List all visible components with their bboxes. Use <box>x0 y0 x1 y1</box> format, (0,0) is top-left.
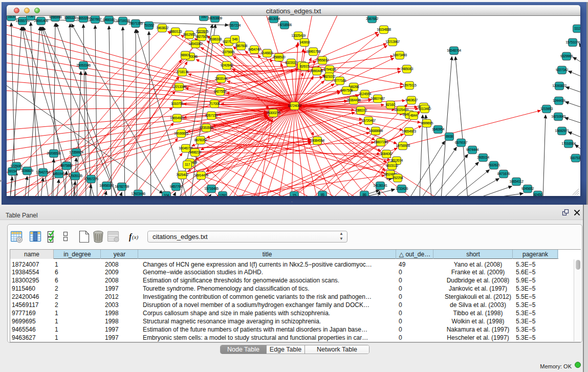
svg-text:8938: 8938 <box>446 135 453 138</box>
svg-text:62160: 62160 <box>386 103 395 106</box>
svg-text:16053809: 16053809 <box>208 16 222 20</box>
svg-text:17359924: 17359924 <box>69 150 83 154</box>
svg-text:12353594: 12353594 <box>199 126 213 129</box>
svg-text:62615: 62615 <box>300 64 309 68</box>
svg-text:9463627: 9463627 <box>405 98 418 102</box>
svg-text:16210643: 16210643 <box>551 115 565 118</box>
svg-text:16914479: 16914479 <box>194 173 208 177</box>
svg-text:15692971: 15692971 <box>555 129 569 133</box>
svg-text:19384554: 19384554 <box>310 139 324 142</box>
svg-text:16154838: 16154838 <box>377 28 391 31</box>
svg-text:9084067: 9084067 <box>380 152 393 156</box>
svg-text:39154: 39154 <box>8 169 17 173</box>
svg-text:15716485: 15716485 <box>204 187 219 190</box>
svg-text:756: 756 <box>28 16 34 18</box>
svg-text:16961758: 16961758 <box>306 50 320 53</box>
svg-text:8678352: 8678352 <box>194 138 207 142</box>
svg-text:2867608: 2867608 <box>235 44 248 48</box>
svg-text:6466160: 6466160 <box>103 18 116 21</box>
svg-text:8267150: 8267150 <box>205 114 218 117</box>
svg-text:20364436: 20364436 <box>346 98 361 102</box>
svg-text:3498222: 3498222 <box>189 150 202 154</box>
svg-text:1292: 1292 <box>219 193 226 196</box>
svg-text:12213967: 12213967 <box>385 40 400 43</box>
svg-text:2935114: 2935114 <box>477 156 489 159</box>
svg-text:9227342: 9227342 <box>556 68 569 72</box>
svg-text:2718176: 2718176 <box>176 70 189 74</box>
svg-text:1621072: 1621072 <box>323 75 336 78</box>
svg-text:1615132: 1615132 <box>386 164 399 167</box>
svg-text:12942757: 12942757 <box>36 170 50 174</box>
svg-text:92450: 92450 <box>533 193 542 196</box>
svg-text:160: 160 <box>201 16 207 18</box>
svg-text:17957225: 17957225 <box>84 177 98 181</box>
svg-text:3124554: 3124554 <box>359 92 372 96</box>
svg-text:17016504: 17016504 <box>561 142 576 145</box>
svg-text:8471676: 8471676 <box>497 172 510 176</box>
svg-text:7632621: 7632621 <box>488 163 500 167</box>
svg-text:15: 15 <box>293 193 296 196</box>
svg-text:16543362: 16543362 <box>188 42 203 46</box>
svg-text:8912955: 8912955 <box>183 33 196 36</box>
svg-text:2087682: 2087682 <box>366 17 379 20</box>
svg-text:19654925: 19654925 <box>170 116 184 120</box>
svg-text:20206536: 20206536 <box>47 151 61 155</box>
svg-text:1215953: 1215953 <box>540 107 553 111</box>
svg-text:16671355: 16671355 <box>128 21 143 25</box>
svg-text:140910: 140910 <box>299 40 310 44</box>
svg-text:86: 86 <box>363 193 366 196</box>
svg-text:20691406: 20691406 <box>34 19 48 23</box>
svg-text:9242848: 9242848 <box>221 63 233 67</box>
svg-text:9245652: 9245652 <box>521 187 534 190</box>
svg-text:7463822: 7463822 <box>156 26 169 30</box>
svg-text:8813054: 8813054 <box>268 17 280 20</box>
svg-text:9699695: 9699695 <box>421 121 433 125</box>
svg-text:19218506: 19218506 <box>277 23 292 27</box>
svg-text:117: 117 <box>185 163 190 166</box>
svg-text:12975115: 12975115 <box>402 83 417 87</box>
svg-text:29053346: 29053346 <box>76 63 91 67</box>
svg-text:12505135: 12505135 <box>68 174 82 178</box>
svg-text:1451941: 1451941 <box>53 172 66 176</box>
svg-text:9329966: 9329966 <box>560 54 573 58</box>
svg-text:9474444: 9474444 <box>466 148 479 151</box>
svg-text:98901: 98901 <box>181 53 190 57</box>
svg-text:7955812: 7955812 <box>316 58 329 62</box>
svg-text:16782759: 16782759 <box>115 185 129 188</box>
svg-text:7485063: 7485063 <box>401 67 413 71</box>
svg-text:2588520: 2588520 <box>273 55 286 59</box>
svg-text:7386372: 7386372 <box>355 108 367 112</box>
svg-text:8427552: 8427552 <box>214 90 227 93</box>
svg-text:18724007: 18724007 <box>288 104 302 107</box>
svg-text:9113460: 9113460 <box>419 107 431 111</box>
svg-text:7357224: 7357224 <box>228 24 241 27</box>
svg-text:14136141: 14136141 <box>373 184 387 187</box>
svg-text:25300275: 25300275 <box>266 111 280 115</box>
svg-text:10654112: 10654112 <box>509 180 524 183</box>
svg-text:6497508: 6497508 <box>340 89 353 92</box>
svg-text:12923446: 12923446 <box>131 192 145 195</box>
svg-text:5322037: 5322037 <box>285 61 298 64</box>
svg-text:9286998: 9286998 <box>49 16 62 19</box>
svg-text:1167533: 1167533 <box>570 156 580 160</box>
svg-text:1244419: 1244419 <box>553 99 565 102</box>
svg-text:1640954: 1640954 <box>432 127 445 131</box>
svg-text:19166825: 19166825 <box>174 132 188 135</box>
svg-text:9827505: 9827505 <box>195 35 208 38</box>
svg-text:1112: 1112 <box>574 27 580 30</box>
svg-text:10973493: 10973493 <box>393 53 407 57</box>
svg-text:6679197: 6679197 <box>455 141 468 144</box>
svg-text:12093822: 12093822 <box>552 84 567 87</box>
svg-text:9146821: 9146821 <box>261 51 274 55</box>
svg-text:18807249: 18807249 <box>374 140 388 144</box>
svg-text:1010755: 1010755 <box>171 102 184 105</box>
svg-text:10807487: 10807487 <box>371 97 385 100</box>
svg-text:7625402: 7625402 <box>176 173 189 177</box>
svg-text:1605: 1605 <box>8 16 15 18</box>
svg-text:8990448: 8990448 <box>311 69 323 73</box>
svg-text:10958107: 10958107 <box>99 184 114 187</box>
svg-text:9975867: 9975867 <box>60 164 73 167</box>
svg-text:19756928: 19756928 <box>396 144 410 147</box>
svg-text:104: 104 <box>164 193 169 196</box>
svg-text:252254: 252254 <box>393 176 403 180</box>
